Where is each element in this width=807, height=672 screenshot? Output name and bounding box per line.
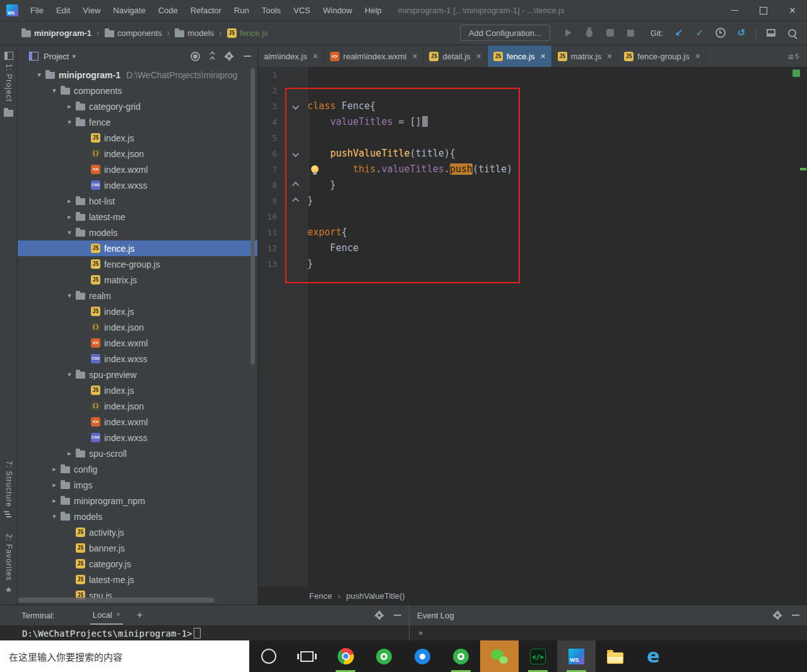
tree-item-matrix.js[interactable]: JSmatrix.js [18, 272, 257, 288]
tree-item-latest-me[interactable]: ▸latest-me [18, 209, 257, 225]
close-button[interactable]: × [778, 0, 807, 21]
fold-start-icon[interactable] [292, 103, 299, 110]
tree-item-index.wxss[interactable]: CSSindex.wxss [18, 351, 257, 367]
hidden-tabs-button[interactable]: ≡5 [780, 45, 807, 67]
editor-tab-fence-group.js[interactable]: JSfence-group.js× [618, 45, 707, 67]
fold-end-icon[interactable] [292, 182, 299, 189]
coverage-button[interactable] [604, 27, 616, 39]
tree-item-category-grid[interactable]: ▸category-grid [18, 98, 257, 114]
stripe-project-button[interactable]: 1: Project [4, 52, 13, 102]
intention-bulb-icon[interactable] [311, 165, 319, 173]
breadcrumb-miniprogram-1[interactable]: miniprogram-1 [21, 28, 91, 38]
editor-tab-alm-index.js[interactable]: alm\index.js× [258, 45, 324, 67]
tree-item-config[interactable]: ▸config [18, 461, 257, 477]
tree-item-index.js[interactable]: JSindex.js [18, 130, 257, 146]
project-vertical-scrollbar[interactable] [250, 68, 255, 598]
project-panel-title[interactable]: Project [44, 52, 69, 61]
tree-item-fence[interactable]: ▾fence [18, 114, 257, 130]
maximize-button[interactable] [749, 0, 778, 21]
editor-tab-realm-index.wxml[interactable]: <>realm\index.wxml× [324, 45, 424, 67]
tree-item-index.wxml[interactable]: <>index.wxml [18, 162, 257, 177]
tree-item-index.json[interactable]: {}index.json [18, 398, 257, 414]
stripe-favorites-button[interactable]: 2: Favorites ★ [4, 534, 13, 594]
tree-expanded-arrow[interactable]: ▾ [33, 71, 45, 79]
tab-close-icon[interactable]: × [607, 51, 612, 61]
taskbar-edge[interactable]: e [634, 640, 673, 672]
menu-refactor[interactable]: Refactor [184, 0, 228, 21]
breadcrumb-item[interactable]: pushValueTitle() [346, 591, 404, 601]
tree-expanded-arrow[interactable]: ▾ [63, 118, 76, 126]
tree-collapsed-arrow[interactable]: ▸ [63, 449, 76, 457]
menu-help[interactable]: Help [358, 0, 388, 21]
code-line-9[interactable]: 9} [258, 193, 807, 209]
tree-collapsed-arrow[interactable]: ▸ [63, 197, 76, 205]
new-terminal-button[interactable]: + [137, 610, 143, 621]
layout-button[interactable] [765, 27, 777, 39]
menu-window[interactable]: Window [317, 0, 358, 21]
editor-tab-detail.js[interactable]: JSdetail.js× [423, 45, 487, 67]
chevron-down-icon[interactable]: ▾ [72, 52, 76, 61]
code-line-11[interactable]: 11export{ [258, 225, 807, 240]
run-button[interactable] [562, 27, 575, 39]
taskbar-wechat[interactable] [480, 640, 519, 672]
editor-tab-fence.js[interactable]: JSfence.js× [488, 45, 552, 67]
collapse-all-button[interactable] [210, 52, 215, 61]
minimize-button[interactable] [720, 0, 749, 21]
tree-item-latest-me.js[interactable]: JSlatest-me.js [18, 572, 257, 587]
breadcrumb-components[interactable]: components [105, 28, 162, 38]
taskbar-chrome[interactable] [326, 640, 365, 672]
tree-item-imgs[interactable]: ▸imgs [18, 477, 257, 493]
taskbar-file-explorer[interactable] [596, 640, 634, 672]
tree-collapsed-arrow[interactable]: ▸ [63, 102, 76, 110]
tree-item-models[interactable]: ▾models [18, 225, 257, 240]
tree-expanded-arrow[interactable]: ▾ [48, 86, 61, 95]
add-configuration-button[interactable]: Add Configuration... [460, 25, 550, 41]
taskbar-wechat-devtools[interactable]: </> [519, 640, 557, 672]
tree-collapsed-arrow[interactable]: ▸ [63, 213, 76, 221]
taskbar-blue-app[interactable] [403, 640, 442, 672]
breadcrumb-fence.js[interactable]: JSfence.js [227, 28, 268, 38]
locate-file-button[interactable] [191, 52, 200, 61]
project-horizontal-scrollbar[interactable] [18, 598, 257, 603]
menu-file[interactable]: File [24, 0, 50, 21]
taskbar-webstorm[interactable]: WS [557, 640, 596, 672]
code-line-5[interactable]: 5 [258, 130, 807, 146]
code-line-7[interactable]: 7 this.valueTitles.push(title) [258, 162, 807, 177]
tree-item-index.json[interactable]: {}index.json [18, 319, 257, 335]
tree-item-hot-list[interactable]: ▸hot-list [18, 193, 257, 209]
menu-code[interactable]: Code [152, 0, 184, 21]
code-editor[interactable]: 123class Fence{4 valueTitles = []56 push… [258, 67, 807, 587]
menu-tools[interactable]: Tools [256, 0, 287, 21]
menu-view[interactable]: View [76, 0, 107, 21]
tree-item-index.wxml[interactable]: <>index.wxml [18, 335, 257, 351]
tree-item-banner.js[interactable]: JSbanner.js [18, 540, 257, 556]
stop-button[interactable] [625, 27, 637, 39]
taskbar-cortana[interactable] [249, 640, 288, 672]
tree-collapsed-arrow[interactable]: ▸ [48, 465, 61, 473]
stripe-structure-button[interactable]: 7: Structure [4, 461, 14, 517]
menu-vcs[interactable]: VCS [287, 0, 317, 21]
taskbar-search-box[interactable]: 在这里输入你要搜索的内容 [0, 640, 249, 672]
expand-toolbar-icon[interactable]: » [418, 628, 423, 637]
event-log-settings-gear-icon[interactable] [773, 611, 782, 620]
vcs-history-button[interactable] [714, 27, 727, 39]
menu-edit[interactable]: Edit [50, 0, 76, 21]
editor-tab-matrix.js[interactable]: JSmatrix.js× [552, 45, 619, 67]
tree-item-components[interactable]: ▾components [18, 83, 257, 98]
vcs-update-button[interactable]: ↙ [673, 27, 685, 39]
tree-expanded-arrow[interactable]: ▾ [63, 292, 76, 300]
tree-item-fence.js[interactable]: JSfence.js [18, 240, 257, 256]
code-line-10[interactable]: 10 [258, 209, 807, 225]
tree-item-spu-preview[interactable]: ▾spu-preview [18, 367, 257, 382]
fold-start-icon[interactable] [292, 150, 299, 157]
tree-collapsed-arrow[interactable]: ▸ [48, 481, 61, 489]
code-line-2[interactable]: 2 [258, 83, 807, 98]
tree-item-index.wxss[interactable]: CSSindex.wxss [18, 177, 257, 193]
tree-item-miniprogram-1[interactable]: ▾miniprogram-1D:\WeChatProjects\miniprog [18, 67, 257, 83]
tree-item-index.js[interactable]: JSindex.js [18, 382, 257, 398]
tree-expanded-arrow[interactable]: ▾ [63, 370, 76, 379]
terminal-settings-gear-icon[interactable] [375, 611, 384, 620]
tab-close-icon[interactable]: × [116, 610, 121, 619]
code-line-6[interactable]: 6 pushValueTitle(title){ [258, 146, 807, 162]
code-line-12[interactable]: 12 Fence [258, 240, 807, 256]
